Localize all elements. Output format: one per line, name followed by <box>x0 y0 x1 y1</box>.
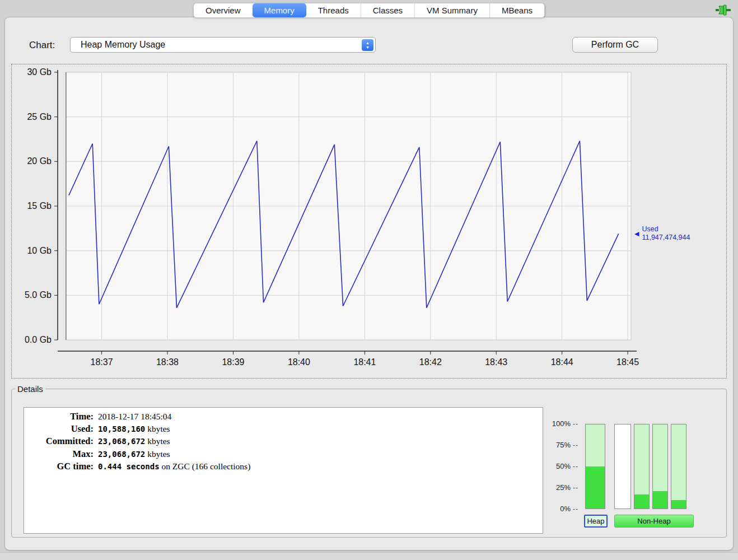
tab-memory[interactable]: Memory <box>253 3 306 17</box>
tab-vm-summary[interactable]: VM Summary <box>414 3 489 17</box>
perform-gc-button[interactable]: Perform GC <box>572 37 658 53</box>
details-row-label: Used: <box>26 423 94 436</box>
percent-tick-mark: -- <box>573 419 583 428</box>
memory-chart-panel: 30 Gb25 Gb20 Gb15 Gb10 Gb5.0 Gb0.0 Gb18:… <box>11 64 727 379</box>
details-text-panel: Time:2018-12-17 18:45:04Used:10,588,160 … <box>24 407 543 534</box>
percent-tick-label: 75% <box>545 441 571 450</box>
used-indicator-label: Used <box>642 225 690 234</box>
percent-tick-mark: -- <box>573 441 583 450</box>
x-tick-label: 18:40 <box>288 357 310 367</box>
memory-pool-bar-heap[interactable] <box>585 424 605 509</box>
y-tick-label: 20 Gb <box>27 156 52 166</box>
details-legend: Details <box>15 384 45 394</box>
pool-bar-fill <box>586 466 605 508</box>
details-row-value: 0.444 seconds on ZGC (166 collections) <box>98 460 540 473</box>
memory-pool-bar-pool-3[interactable] <box>634 424 650 509</box>
pool-bar-fill <box>634 494 649 509</box>
percent-tick-mark: -- <box>573 483 583 492</box>
x-tick-label: 18:41 <box>353 357 376 367</box>
chart-select-value: Heap Memory Usage <box>81 40 165 50</box>
chart-select[interactable]: Heap Memory Usage ▲▼ <box>70 37 376 53</box>
connection-plug-icon[interactable] <box>716 4 731 16</box>
tab-overview[interactable]: Overview <box>194 3 253 17</box>
used-arrow-icon: ◀ <box>634 230 639 242</box>
tab-bar: OverviewMemoryThreadsClassesVM SummaryMB… <box>193 3 545 18</box>
memory-pool-bars-panel: 100%--75%--50%--25%--0%-- Heap Non-Heap <box>545 419 713 544</box>
combo-stepper-icon[interactable]: ▲▼ <box>362 39 373 51</box>
pool-bar-fill <box>671 500 686 508</box>
x-tick-label: 18:39 <box>222 357 244 367</box>
x-tick-label: 18:42 <box>419 357 442 367</box>
x-tick-label: 18:45 <box>616 357 639 367</box>
percent-tick-mark: -- <box>573 462 583 471</box>
percent-tick-mark: -- <box>573 505 583 514</box>
details-row-value: 2018-12-17 18:45:04 <box>98 410 540 423</box>
used-indicator-value: 11,947,474,944 <box>642 234 690 242</box>
y-tick-label: 15 Gb <box>27 201 52 211</box>
x-tick-label: 18:37 <box>91 357 113 367</box>
percent-tick-label: 25% <box>545 483 571 492</box>
x-tick-label: 18:38 <box>156 357 179 367</box>
tab-classes[interactable]: Classes <box>361 3 414 17</box>
details-group: Details Time:2018-12-17 18:45:04Used:10,… <box>11 384 727 538</box>
details-row-value: 23,068,672 kbytes <box>98 448 540 461</box>
window-footer <box>0 552 738 560</box>
percent-tick-label: 50% <box>545 462 571 471</box>
y-tick-label: 0.0 Gb <box>25 335 52 344</box>
y-tick-label: 5.0 Gb <box>25 290 52 300</box>
y-tick-label: 30 Gb <box>27 67 52 77</box>
memory-pool-bar-pool-4[interactable] <box>652 424 668 509</box>
details-row-label: GC time: <box>26 460 94 473</box>
pool-bar-fill <box>653 491 667 509</box>
nonheap-button[interactable]: Non-Heap <box>614 515 694 528</box>
x-tick-label: 18:44 <box>551 357 573 367</box>
details-row-label: Max: <box>26 448 94 461</box>
tab-threads[interactable]: Threads <box>306 3 361 17</box>
tab-mbeans[interactable]: MBeans <box>489 3 544 17</box>
x-tick-label: 18:43 <box>485 357 507 367</box>
percent-tick-label: 0% <box>545 505 571 514</box>
percent-tick-label: 100% <box>545 419 571 428</box>
details-row-value: 23,068,672 kbytes <box>98 435 540 448</box>
memory-pool-bar-pool-5[interactable] <box>671 424 686 509</box>
heap-usage-chart: 30 Gb25 Gb20 Gb15 Gb10 Gb5.0 Gb0.0 Gb18:… <box>12 64 726 378</box>
details-row-label: Time: <box>26 410 94 423</box>
y-tick-label: 25 Gb <box>27 112 52 122</box>
details-row-value: 10,588,160 kbytes <box>98 423 540 436</box>
details-rows: Time:2018-12-17 18:45:04Used:10,588,160 … <box>24 408 543 476</box>
memory-pool-bar-pool-2[interactable] <box>614 424 631 509</box>
details-row-label: Committed: <box>26 435 94 448</box>
y-tick-label: 10 Gb <box>27 246 52 255</box>
used-indicator: ◀ Used 11,947,474,944 <box>634 225 690 242</box>
heap-button[interactable]: Heap <box>584 515 608 528</box>
chart-label: Chart: <box>29 40 55 51</box>
